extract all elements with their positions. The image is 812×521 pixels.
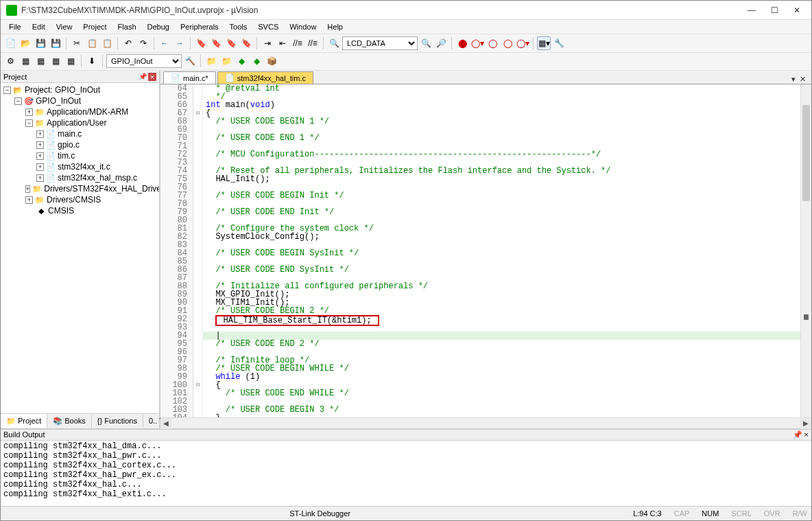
code-line[interactable]: /* USER CODE BEGIN SysInit */: [203, 249, 811, 257]
menu-file[interactable]: File: [3, 21, 27, 33]
code-line[interactable]: /* Reset of all peripherals, Initializes…: [203, 167, 811, 175]
horizontal-scrollbar[interactable]: ◀ ▶: [160, 417, 811, 428]
debug-run-button[interactable]: ◯: [486, 36, 499, 50]
panel-tab-books[interactable]: 📚Books: [47, 415, 92, 428]
menu-flash[interactable]: Flash: [112, 21, 142, 33]
code-line[interactable]: /* MCU Configuration--------------------…: [203, 150, 811, 159]
debug-step-button[interactable]: ◯: [501, 36, 514, 50]
code-text[interactable]: * @retval int */int main(void){ /* USER …: [203, 84, 811, 417]
code-line[interactable]: MX_GPIO_Init();: [203, 290, 811, 299]
incremental-find-button[interactable]: 🔎: [434, 36, 448, 50]
target-combo[interactable]: GPIO_InOut: [106, 54, 182, 68]
code-line[interactable]: /* USER CODE END 2 */: [203, 340, 811, 348]
close-panel-button[interactable]: ×: [148, 73, 156, 81]
code-line[interactable]: /* USER CODE END Init */: [203, 208, 811, 216]
scroll-right-icon[interactable]: ▶: [800, 418, 811, 429]
tree-node[interactable]: +📁Application/MDK-ARM: [2, 106, 158, 117]
translate-button[interactable]: ⚙: [3, 54, 17, 68]
minimize-button[interactable]: —: [748, 5, 756, 15]
editor-tab[interactable]: 📄main.c*: [163, 71, 216, 84]
code-line[interactable]: /* USER CODE END WHILE */: [203, 389, 811, 397]
debug-start-button[interactable]: ⬤: [455, 36, 469, 50]
paste-button[interactable]: 📋: [100, 36, 114, 50]
download-button[interactable]: ⬇: [85, 54, 99, 68]
save-button[interactable]: 💾: [34, 36, 47, 50]
bookmark-next-button[interactable]: 🔖: [224, 36, 238, 50]
code-line[interactable]: /* USER CODE BEGIN 3 */: [203, 406, 811, 414]
stop-build-button[interactable]: ▦: [64, 54, 77, 68]
save-all-button[interactable]: 💾: [49, 36, 62, 50]
find-in-files-button[interactable]: 🔍: [419, 36, 433, 50]
editor-tab[interactable]: 📄stm32f4xx_hal_tim.c: [217, 71, 313, 84]
tree-node[interactable]: +📄tim.c: [2, 150, 158, 161]
panel-tab-functions[interactable]: {}Functions: [92, 415, 143, 427]
select-packs-button[interactable]: ◆: [250, 54, 263, 68]
target-options-button[interactable]: 🔨: [183, 54, 197, 68]
tree-node[interactable]: ◆CMSIS: [2, 205, 158, 216]
tree-node[interactable]: +📁Drivers/STM32F4xx_HAL_Driver: [2, 183, 158, 194]
menu-window[interactable]: Window: [284, 21, 322, 33]
close-button[interactable]: ✕: [793, 5, 800, 15]
pin-icon[interactable]: 📌: [793, 430, 802, 439]
copy-button[interactable]: 📋: [85, 36, 99, 50]
menu-view[interactable]: View: [51, 21, 78, 33]
menu-project[interactable]: Project: [77, 21, 112, 33]
code-line[interactable]: /* USER CODE BEGIN 1 */: [203, 117, 811, 126]
expander-icon[interactable]: +: [36, 174, 44, 182]
tree-node[interactable]: +📄main.c: [2, 128, 158, 139]
project-tree[interactable]: −📂Project: GPIO_InOut−🎯GPIO_InOut+📁Appli…: [1, 83, 159, 413]
close-panel-button[interactable]: ×: [804, 430, 809, 439]
manage-project-button[interactable]: 📁: [204, 54, 218, 68]
nav-back-button[interactable]: ←: [158, 36, 171, 50]
code-line[interactable]: */: [203, 93, 811, 101]
pin-icon[interactable]: 📌: [139, 73, 147, 80]
code-line[interactable]: /* USER CODE END 1 */: [203, 134, 811, 142]
tree-node[interactable]: +📄gpio.c: [2, 139, 158, 150]
nav-forward-button[interactable]: →: [173, 36, 187, 50]
uncomment-button[interactable]: //≡: [306, 36, 320, 50]
open-file-button[interactable]: 📂: [19, 36, 32, 50]
comment-button[interactable]: //≡: [291, 36, 304, 50]
menu-help[interactable]: Help: [322, 21, 348, 33]
expander-icon[interactable]: +: [36, 130, 44, 138]
outdent-button[interactable]: ⇤: [276, 36, 289, 50]
menu-peripherals[interactable]: Peripherals: [175, 21, 224, 33]
code-line[interactable]: SystemClock_Config();: [203, 233, 811, 241]
expander-icon[interactable]: −: [25, 119, 33, 127]
tree-node[interactable]: −🎯GPIO_InOut: [2, 95, 158, 106]
code-line[interactable]: /* USER CODE BEGIN WHILE */: [203, 364, 811, 373]
menu-edit[interactable]: Edit: [27, 21, 51, 33]
code-line[interactable]: * @retval int: [203, 84, 811, 93]
bookmark-prev-button[interactable]: 🔖: [209, 36, 223, 50]
tree-node[interactable]: −📂Project: GPIO_InOut: [2, 84, 158, 95]
expander-icon[interactable]: +: [25, 196, 33, 204]
fold-icon[interactable]: ⊟: [193, 109, 202, 117]
code-line[interactable]: /* USER CODE BEGIN 2 */: [203, 307, 811, 315]
vertical-scrollbar[interactable]: [800, 84, 811, 417]
scrollbar-thumb[interactable]: [802, 105, 810, 201]
scroll-left-icon[interactable]: ◀: [160, 418, 171, 429]
code-line[interactable]: HAL_TIM_Base_Start_IT(&htim1);: [203, 315, 811, 323]
tree-node[interactable]: +📄stm32f4xx_it.c: [2, 161, 158, 172]
menu-tools[interactable]: Tools: [224, 21, 253, 33]
manage-rte-button[interactable]: ◆: [235, 54, 248, 68]
find-combo[interactable]: LCD_DATA: [342, 36, 418, 50]
undo-button[interactable]: ↶: [121, 36, 135, 50]
maximize-button[interactable]: ☐: [771, 5, 778, 15]
manage-multi-project-button[interactable]: 📁: [219, 54, 233, 68]
expander-icon[interactable]: −: [3, 86, 11, 94]
expander-icon[interactable]: +: [25, 108, 33, 116]
code-line[interactable]: /* USER CODE END SysInit */: [203, 266, 811, 274]
find-icon[interactable]: 🔍: [327, 36, 341, 50]
expander-icon[interactable]: +: [36, 152, 44, 160]
window-layout-button[interactable]: ▦▾: [537, 36, 551, 50]
menu-debug[interactable]: Debug: [142, 21, 175, 33]
indent-button[interactable]: ⇥: [261, 36, 274, 50]
editor-tab-close-icon[interactable]: ✕: [800, 75, 806, 84]
editor-tab-dropdown-icon[interactable]: ▾: [791, 75, 796, 84]
expander-icon[interactable]: −: [14, 97, 22, 105]
tree-node[interactable]: +📁Drivers/CMSIS: [2, 194, 158, 205]
build-output-text[interactable]: compiling stm32f4xx_hal_dma.c...compilin…: [1, 441, 811, 506]
new-file-button[interactable]: 📄: [3, 36, 17, 50]
code-line[interactable]: while (1): [203, 373, 811, 381]
